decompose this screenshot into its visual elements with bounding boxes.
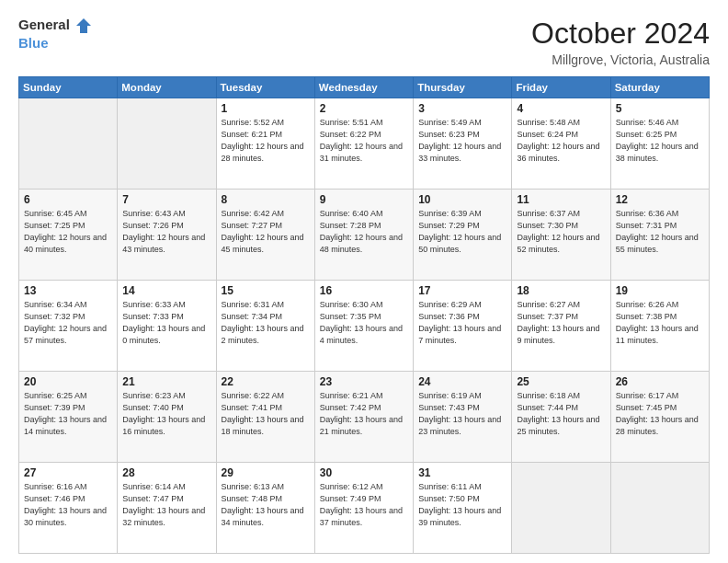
table-row: 3Sunrise: 5:49 AMSunset: 6:23 PMDaylight… [414, 98, 512, 190]
day-detail: Sunrise: 6:36 AMSunset: 7:31 PMDaylight:… [616, 208, 704, 256]
day-number: 14 [122, 284, 210, 297]
calendar-week-row: 20Sunrise: 6:25 AMSunset: 7:39 PMDayligh… [19, 372, 710, 463]
day-detail: Sunrise: 5:49 AMSunset: 6:23 PMDaylight:… [418, 117, 506, 165]
calendar-week-row: 13Sunrise: 6:34 AMSunset: 7:32 PMDayligh… [19, 281, 710, 372]
table-row [118, 98, 216, 190]
title-block: October 2024 Millgrove, Victoria, Austra… [531, 17, 710, 67]
day-detail: Sunrise: 6:23 AMSunset: 7:40 PMDaylight:… [122, 390, 210, 438]
month-title: October 2024 [531, 17, 710, 51]
logo: General Blue [18, 17, 94, 52]
day-number: 29 [222, 466, 310, 479]
logo-text: General [18, 17, 94, 35]
location-title: Millgrove, Victoria, Australia [531, 52, 710, 67]
col-sunday: Sunday [19, 77, 118, 98]
day-number: 22 [222, 375, 310, 388]
table-row: 13Sunrise: 6:34 AMSunset: 7:32 PMDayligh… [19, 281, 118, 372]
day-number: 27 [24, 466, 112, 479]
col-wednesday: Wednesday [314, 77, 413, 98]
col-monday: Monday [118, 77, 216, 98]
table-row: 25Sunrise: 6:18 AMSunset: 7:44 PMDayligh… [512, 372, 610, 463]
col-friday: Friday [512, 77, 610, 98]
day-number: 11 [517, 193, 605, 206]
table-row: 9Sunrise: 6:40 AMSunset: 7:28 PMDaylight… [314, 190, 413, 281]
table-row [19, 98, 118, 190]
logo-blue: Blue [18, 35, 49, 51]
table-row: 1Sunrise: 5:52 AMSunset: 6:21 PMDaylight… [216, 98, 314, 190]
day-detail: Sunrise: 6:29 AMSunset: 7:36 PMDaylight:… [418, 299, 506, 347]
day-detail: Sunrise: 6:22 AMSunset: 7:41 PMDaylight:… [222, 390, 310, 438]
day-number: 31 [418, 466, 506, 479]
table-row [512, 463, 610, 554]
day-number: 23 [320, 375, 408, 388]
table-row: 17Sunrise: 6:29 AMSunset: 7:36 PMDayligh… [414, 281, 512, 372]
day-number: 2 [320, 102, 408, 115]
calendar-table: Sunday Monday Tuesday Wednesday Thursday… [18, 76, 710, 554]
day-detail: Sunrise: 6:34 AMSunset: 7:32 PMDaylight:… [24, 299, 112, 347]
day-detail: Sunrise: 6:33 AMSunset: 7:33 PMDaylight:… [122, 299, 210, 347]
calendar-header-row: Sunday Monday Tuesday Wednesday Thursday… [19, 77, 710, 98]
day-number: 12 [616, 193, 704, 206]
day-detail: Sunrise: 6:31 AMSunset: 7:34 PMDaylight:… [222, 299, 310, 347]
table-row: 23Sunrise: 6:21 AMSunset: 7:42 PMDayligh… [314, 372, 413, 463]
day-number: 28 [122, 466, 210, 479]
day-number: 18 [517, 284, 605, 297]
table-row: 27Sunrise: 6:16 AMSunset: 7:46 PMDayligh… [19, 463, 118, 554]
table-row: 5Sunrise: 5:46 AMSunset: 6:25 PMDaylight… [610, 98, 709, 190]
day-detail: Sunrise: 6:45 AMSunset: 7:25 PMDaylight:… [24, 208, 112, 256]
day-number: 24 [418, 375, 506, 388]
logo-general: General [18, 17, 70, 32]
table-row: 2Sunrise: 5:51 AMSunset: 6:22 PMDaylight… [314, 98, 413, 190]
day-detail: Sunrise: 5:46 AMSunset: 6:25 PMDaylight:… [616, 117, 704, 165]
day-detail: Sunrise: 6:30 AMSunset: 7:35 PMDaylight:… [320, 299, 408, 347]
table-row: 11Sunrise: 6:37 AMSunset: 7:30 PMDayligh… [512, 190, 610, 281]
calendar-week-row: 1Sunrise: 5:52 AMSunset: 6:21 PMDaylight… [19, 98, 710, 190]
day-detail: Sunrise: 6:19 AMSunset: 7:43 PMDaylight:… [418, 390, 506, 438]
table-row: 24Sunrise: 6:19 AMSunset: 7:43 PMDayligh… [414, 372, 512, 463]
day-number: 20 [24, 375, 112, 388]
col-thursday: Thursday [414, 77, 512, 98]
table-row: 30Sunrise: 6:12 AMSunset: 7:49 PMDayligh… [314, 463, 413, 554]
day-detail: Sunrise: 5:52 AMSunset: 6:21 PMDaylight:… [222, 117, 310, 165]
day-detail: Sunrise: 6:16 AMSunset: 7:46 PMDaylight:… [24, 481, 112, 529]
day-detail: Sunrise: 6:43 AMSunset: 7:26 PMDaylight:… [122, 208, 210, 256]
day-number: 4 [517, 102, 605, 115]
day-number: 26 [616, 375, 704, 388]
day-detail: Sunrise: 5:51 AMSunset: 6:22 PMDaylight:… [320, 117, 408, 165]
day-number: 9 [320, 193, 408, 206]
table-row: 20Sunrise: 6:25 AMSunset: 7:39 PMDayligh… [19, 372, 118, 463]
table-row [610, 463, 709, 554]
svg-marker-0 [76, 18, 91, 33]
day-number: 13 [24, 284, 112, 297]
day-number: 19 [616, 284, 704, 297]
day-number: 21 [122, 375, 210, 388]
table-row: 18Sunrise: 6:27 AMSunset: 7:37 PMDayligh… [512, 281, 610, 372]
table-row: 21Sunrise: 6:23 AMSunset: 7:40 PMDayligh… [118, 372, 216, 463]
col-tuesday: Tuesday [216, 77, 314, 98]
day-detail: Sunrise: 6:25 AMSunset: 7:39 PMDaylight:… [24, 390, 112, 438]
day-detail: Sunrise: 6:13 AMSunset: 7:48 PMDaylight:… [222, 481, 310, 529]
table-row: 12Sunrise: 6:36 AMSunset: 7:31 PMDayligh… [610, 190, 709, 281]
day-detail: Sunrise: 5:48 AMSunset: 6:24 PMDaylight:… [517, 117, 605, 165]
logo-icon [74, 17, 93, 35]
table-row: 16Sunrise: 6:30 AMSunset: 7:35 PMDayligh… [314, 281, 413, 372]
table-row: 22Sunrise: 6:22 AMSunset: 7:41 PMDayligh… [216, 372, 314, 463]
day-detail: Sunrise: 6:11 AMSunset: 7:50 PMDaylight:… [418, 481, 506, 529]
table-row: 10Sunrise: 6:39 AMSunset: 7:29 PMDayligh… [414, 190, 512, 281]
day-number: 17 [418, 284, 506, 297]
day-detail: Sunrise: 6:17 AMSunset: 7:45 PMDaylight:… [616, 390, 704, 438]
day-detail: Sunrise: 6:27 AMSunset: 7:37 PMDaylight:… [517, 299, 605, 347]
day-detail: Sunrise: 6:40 AMSunset: 7:28 PMDaylight:… [320, 208, 408, 256]
table-row: 29Sunrise: 6:13 AMSunset: 7:48 PMDayligh… [216, 463, 314, 554]
day-detail: Sunrise: 6:12 AMSunset: 7:49 PMDaylight:… [320, 481, 408, 529]
calendar-week-row: 6Sunrise: 6:45 AMSunset: 7:25 PMDaylight… [19, 190, 710, 281]
day-number: 3 [418, 102, 506, 115]
table-row: 7Sunrise: 6:43 AMSunset: 7:26 PMDaylight… [118, 190, 216, 281]
table-row: 8Sunrise: 6:42 AMSunset: 7:27 PMDaylight… [216, 190, 314, 281]
day-detail: Sunrise: 6:26 AMSunset: 7:38 PMDaylight:… [616, 299, 704, 347]
table-row: 28Sunrise: 6:14 AMSunset: 7:47 PMDayligh… [118, 463, 216, 554]
table-row: 15Sunrise: 6:31 AMSunset: 7:34 PMDayligh… [216, 281, 314, 372]
table-row: 4Sunrise: 5:48 AMSunset: 6:24 PMDaylight… [512, 98, 610, 190]
table-row: 31Sunrise: 6:11 AMSunset: 7:50 PMDayligh… [414, 463, 512, 554]
day-number: 1 [222, 102, 310, 115]
day-number: 25 [517, 375, 605, 388]
